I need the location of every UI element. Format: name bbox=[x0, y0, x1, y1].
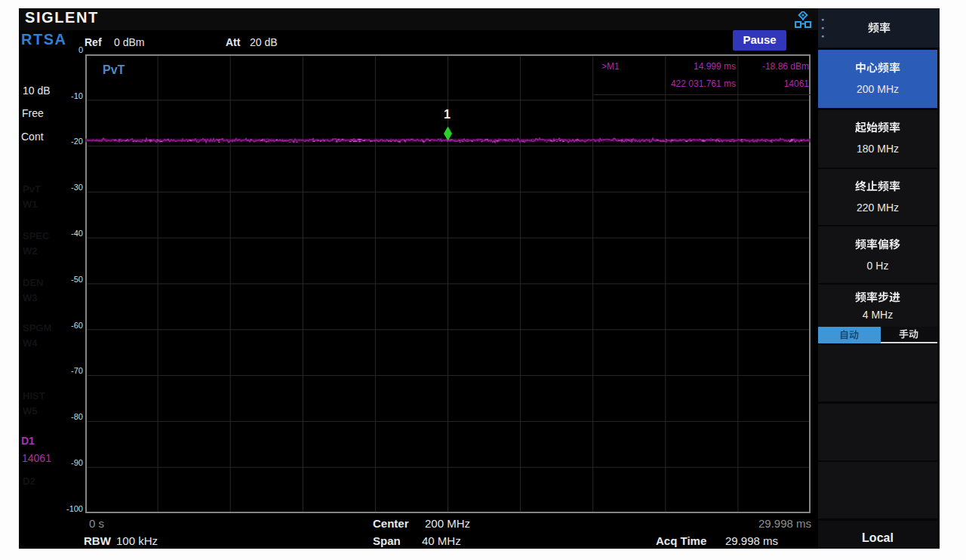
svg-text:PvT: PvT bbox=[103, 63, 125, 76]
svg-text:1: 1 bbox=[444, 108, 451, 121]
